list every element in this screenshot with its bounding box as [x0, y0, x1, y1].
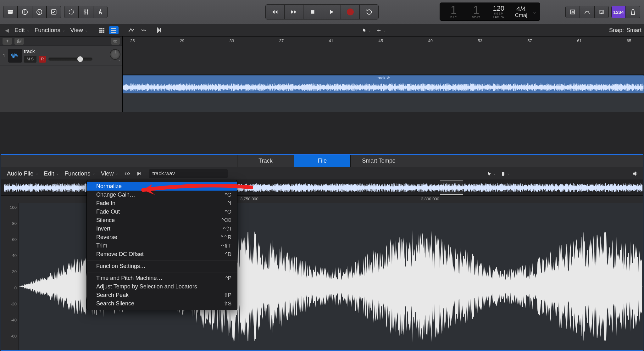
lcd-chevron-icon[interactable]: ⌄ [532, 9, 537, 15]
loop-icon: ⟳ [387, 75, 390, 80]
tab-track[interactable]: Track [237, 155, 294, 167]
svg-rect-20 [99, 31, 101, 33]
track-row[interactable]: 1 track MS R LR [0, 46, 122, 65]
menu-item-search-peak[interactable]: Search Peak⇧P [87, 291, 237, 299]
svg-rect-19 [103, 30, 104, 31]
mute-solo-button[interactable]: MS [24, 56, 36, 63]
editor-tabs: Track File Smart Tempo [1, 155, 643, 167]
ruler-mark: 41 [329, 38, 333, 43]
automation-icon[interactable] [127, 26, 136, 34]
flex-icon[interactable] [139, 26, 148, 34]
view-menu[interactable]: View⌄ [68, 25, 90, 35]
library-button[interactable] [3, 6, 18, 18]
cycle-preview-icon[interactable] [123, 170, 132, 178]
low-latency-button[interactable] [580, 6, 594, 18]
mixer-button[interactable] [79, 6, 93, 18]
menu-item-trim[interactable]: Trim^⇧T [87, 242, 237, 250]
editor-pointer-tool[interactable]: ⌄ [486, 170, 497, 177]
arrange-area[interactable]: track⟳ [123, 75, 644, 112]
lcd-display[interactable]: 1BAR 1BEAT 120KEEPTEMPO 4/4Cmaj ⌄ [440, 3, 540, 21]
svg-point-29 [133, 29, 134, 30]
metronome-button[interactable] [626, 6, 640, 18]
track-type-icon[interactable] [8, 49, 22, 63]
ruler-mark: 45 [379, 38, 383, 43]
menu-item-adjust-tempo-by-selection-and-locators[interactable]: Adjust Tempo by Selection and Locators [87, 282, 237, 291]
play-button[interactable] [322, 4, 341, 20]
forward-button[interactable] [284, 4, 303, 20]
tracks-area: ＋ 1 track MS R LR 25293337414 [0, 36, 644, 112]
replace-button[interactable] [565, 6, 580, 18]
editor-functions-menu[interactable]: Functions⌄ [63, 169, 97, 178]
svg-rect-32 [127, 173, 128, 174]
help-button[interactable]: ? [32, 6, 47, 18]
functions-menu[interactable]: Functions⌄ [33, 25, 67, 35]
menu-item-fade-out[interactable]: Fade Out^O [87, 208, 237, 216]
count-in-button[interactable]: 1234 [611, 6, 626, 18]
cycle-button[interactable] [360, 4, 379, 20]
svg-rect-17 [99, 30, 101, 31]
tab-smart-tempo[interactable]: Smart Tempo [350, 155, 407, 167]
track-header-panel: ＋ 1 track MS R LR [0, 36, 123, 112]
inspector-button[interactable] [18, 6, 32, 18]
duplicate-track-button[interactable] [14, 38, 24, 45]
global-tracks-button[interactable] [111, 38, 120, 45]
menu-item-function-settings[interactable]: Function Settings… [87, 262, 237, 270]
ruler-mark: 29 [180, 38, 184, 43]
svg-point-27 [130, 28, 131, 29]
svg-rect-14 [99, 28, 101, 29]
record-button[interactable] [341, 4, 360, 20]
svg-rect-21 [101, 31, 103, 33]
filename-field[interactable]: track.wav [149, 169, 228, 178]
editor-view-menu[interactable]: View⌄ [99, 169, 120, 178]
smart-controls-button[interactable] [64, 6, 79, 18]
stop-button[interactable] [303, 4, 322, 20]
svg-rect-24 [111, 30, 116, 31]
add-tool[interactable]: ＋⌄ [375, 25, 387, 35]
svg-rect-1 [25, 11, 25, 13]
svg-rect-23 [111, 28, 116, 29]
view-label: View [70, 27, 83, 34]
volume-thumb[interactable] [77, 56, 83, 62]
editor-edit-menu[interactable]: Edit⌄ [42, 169, 61, 178]
menu-item-search-silence[interactable]: Search Silence⇧S [87, 299, 237, 308]
overview-selection[interactable] [440, 181, 463, 195]
menu-item-time-and-pitch-machine[interactable]: Time and Pitch Machine…^P [87, 274, 237, 282]
right-toolbar: S 1234 [565, 6, 640, 18]
chevron-down-icon: ⌄ [85, 28, 88, 32]
solo-lock-button[interactable]: S [594, 6, 609, 18]
edit-menu[interactable]: Edit⌄ [13, 25, 31, 35]
tracks-toolbar: ◀ Edit⌄ Functions⌄ View⌄ ⌄ ＋⌄ Snap: Smar… [0, 24, 644, 36]
record-enable-button[interactable]: R [39, 56, 46, 63]
lcd-bar: 1 [442, 4, 465, 16]
grid-view-icon[interactable] [97, 26, 107, 34]
editors-button[interactable] [93, 6, 108, 18]
tab-file[interactable]: File [294, 155, 350, 167]
add-track-button[interactable]: ＋ [3, 38, 12, 45]
menu-item-remove-dc-offset[interactable]: Remove DC Offset^D [87, 250, 237, 259]
snap-value[interactable]: Smart [626, 27, 641, 34]
menu-item-reverse[interactable]: Reverse^⇧R [87, 233, 237, 242]
pointer-tool[interactable]: ⌄ [361, 27, 372, 33]
rewind-button[interactable] [265, 4, 284, 20]
svg-rect-25 [111, 32, 116, 33]
catch-playhead-icon[interactable] [155, 26, 164, 34]
timeline-ruler[interactable]: 2529333741454953576165 [123, 36, 644, 75]
volume-slider[interactable] [48, 58, 92, 61]
transport-controls [265, 4, 379, 20]
back-button[interactable]: ◀ [3, 26, 11, 35]
pan-knob[interactable] [110, 49, 120, 60]
sample-ruler-mark: 3,800,000 [421, 197, 439, 201]
editor-hand-tool[interactable]: ⌄ [499, 170, 511, 177]
db-scale: 100806040200-20-40-60 [1, 203, 19, 350]
list-view-icon[interactable] [109, 26, 119, 34]
audio-region[interactable]: track⟳ [123, 75, 644, 93]
audio-file-menu[interactable]: Audio File⌄ [5, 169, 40, 178]
menu-item-silence[interactable]: Silence^⌫ [87, 216, 237, 225]
menu-item-invert[interactable]: Invert^⇧I [87, 225, 237, 233]
notepad-button[interactable] [47, 6, 61, 18]
lcd-tempo-label: TEMPO [487, 15, 510, 18]
transient-edit-icon[interactable] [135, 170, 145, 178]
track-name[interactable]: track [24, 49, 108, 54]
ruler-mark: 61 [577, 38, 581, 43]
prelisten-button[interactable] [631, 170, 640, 178]
